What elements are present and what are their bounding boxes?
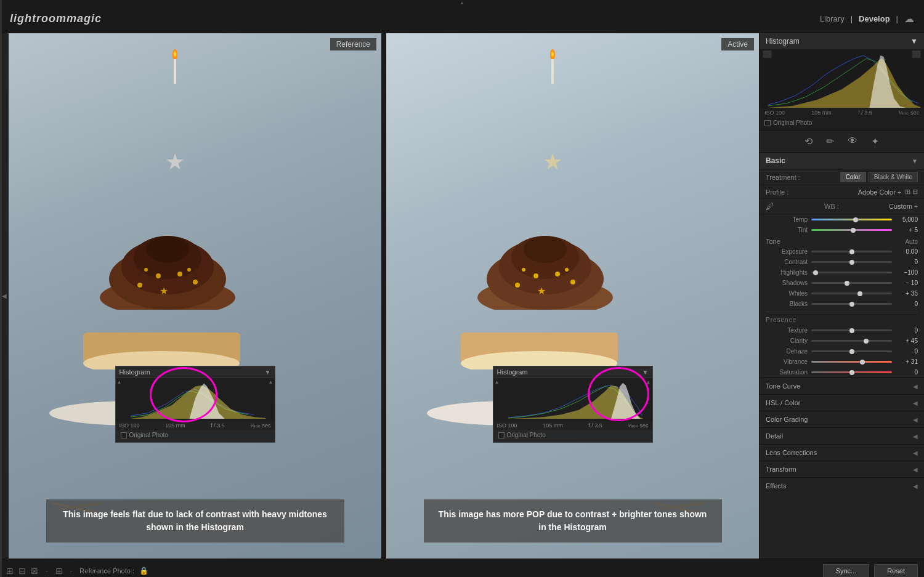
wb-value[interactable]: Custom ÷ xyxy=(889,203,918,210)
auto-btn[interactable]: Auto xyxy=(905,238,918,245)
shadows-slider-track[interactable] xyxy=(811,282,892,284)
contrast-slider-track[interactable] xyxy=(811,261,892,263)
texture-thumb[interactable] xyxy=(849,328,854,333)
transform-arrow: ◀ xyxy=(913,466,918,473)
whites-label: Whites xyxy=(766,290,808,297)
treatment-row: Treatment : Color Black & White xyxy=(760,169,924,185)
detail-section[interactable]: Detail ◀ xyxy=(760,427,924,444)
tone-curve-arrow: ◀ xyxy=(913,383,918,390)
exposure-value: 0.00 xyxy=(896,248,918,255)
transform-section[interactable]: Transform ◀ xyxy=(760,461,924,477)
shadows-thumb[interactable] xyxy=(845,281,849,286)
contrast-value: 0 xyxy=(896,259,918,265)
active-histogram-overlay[interactable]: Histogram ▼ ▲ ▲ xyxy=(493,366,653,443)
active-label: Active xyxy=(721,38,754,50)
active-hist-corner-tl: ▲ xyxy=(495,379,500,385)
temp-slider-track[interactable] xyxy=(811,219,892,220)
saturation-thumb[interactable] xyxy=(849,370,854,375)
exposure-slider-track[interactable] xyxy=(811,251,892,252)
dehaze-slider-track[interactable] xyxy=(811,350,892,352)
cloud-icon[interactable]: ☁ xyxy=(904,13,914,25)
active-image-panel: Active ★ xyxy=(386,33,759,559)
hsl-color-section[interactable]: HSL / Color ◀ xyxy=(760,394,924,411)
nav-develop[interactable]: Develop xyxy=(859,14,890,23)
top-collapse-arrow[interactable]: ▲ xyxy=(460,0,464,6)
svg-point-27 xyxy=(555,272,560,276)
contrast-thumb[interactable] xyxy=(849,260,854,265)
temp-slider-thumb[interactable] xyxy=(853,217,858,222)
spot-heal-icon[interactable]: ✏ xyxy=(826,135,834,147)
whites-thumb[interactable] xyxy=(857,291,862,296)
vibrance-value: + 31 xyxy=(896,358,918,365)
exposure-thumb[interactable] xyxy=(849,249,854,254)
grid-icon[interactable]: ⊠ xyxy=(31,566,38,576)
vibrance-thumb[interactable] xyxy=(860,360,865,365)
detail-arrow: ◀ xyxy=(913,433,918,440)
blacks-thumb[interactable] xyxy=(849,302,854,307)
svg-point-29 xyxy=(565,268,569,272)
tone-curve-section[interactable]: Tone Curve ◀ xyxy=(760,377,924,394)
tint-value: + 5 xyxy=(896,227,918,233)
clarity-slider-track[interactable] xyxy=(811,340,892,342)
tone-header-row: Tone Auto xyxy=(760,235,924,246)
reset-button[interactable]: Reset xyxy=(874,564,918,578)
wb-label: WB : xyxy=(824,203,839,210)
ref-histogram-overlay[interactable]: Histogram ▼ ▲ ▲ xyxy=(115,366,275,443)
cake-base-ref xyxy=(83,333,240,371)
whites-slider-track[interactable] xyxy=(811,293,892,294)
highlights-slider-track[interactable] xyxy=(811,272,892,273)
blacks-slider-track[interactable] xyxy=(811,303,892,305)
ref-hist-expand[interactable]: ▼ xyxy=(265,369,271,376)
crop-tool-icon[interactable]: ⟲ xyxy=(804,135,813,147)
radial-filter-icon[interactable]: ✦ xyxy=(871,135,879,147)
nav-library[interactable]: Library xyxy=(820,14,845,23)
vibrance-slider-track[interactable] xyxy=(811,361,892,363)
clarity-thumb[interactable] xyxy=(864,339,869,344)
grid-view-icons[interactable]: ⊞ ⊟ xyxy=(905,188,918,196)
compare-icon[interactable]: ⊟ xyxy=(18,566,26,576)
main-original-checkbox[interactable] xyxy=(764,120,771,126)
basic-section-header[interactable]: Basic ▼ xyxy=(760,153,924,169)
main-hist-f: f / 3.5 xyxy=(858,110,872,116)
ref-original-checkbox[interactable] xyxy=(121,432,127,438)
texture-slider-track[interactable] xyxy=(811,329,892,331)
active-hist-expand[interactable]: ▼ xyxy=(642,369,649,376)
svg-rect-39 xyxy=(763,50,772,58)
lock-icon[interactable]: 🔒 xyxy=(139,567,148,575)
clarity-slider-row: Clarity + 45 xyxy=(760,336,924,346)
sync-button[interactable]: Sync... xyxy=(823,564,870,578)
eyedropper-icon[interactable]: 🖊 xyxy=(766,201,774,211)
svg-text:★: ★ xyxy=(160,286,168,296)
main-hist-expand[interactable]: ▼ xyxy=(910,37,918,46)
hsl-color-arrow: ◀ xyxy=(913,400,918,406)
dehaze-thumb[interactable] xyxy=(849,349,854,354)
profile-label: Profile : xyxy=(766,188,788,196)
blacks-slider-row: Blacks 0 xyxy=(760,299,924,309)
tint-slider-track[interactable] xyxy=(811,229,892,231)
lens-corrections-section[interactable]: Lens Corrections ◀ xyxy=(760,444,924,461)
highlights-thumb[interactable] xyxy=(813,270,818,275)
nav-separator1: | xyxy=(851,14,853,23)
saturation-slider-track[interactable] xyxy=(811,371,892,373)
color-grading-section[interactable]: Color Grading ◀ xyxy=(760,411,924,427)
left-panel-arrow[interactable]: ◀ xyxy=(2,293,7,299)
clarity-value: + 45 xyxy=(896,337,918,344)
treatment-color-btn[interactable]: Color xyxy=(840,172,866,182)
svg-point-24 xyxy=(515,283,520,288)
svg-point-5 xyxy=(137,283,142,288)
profile-value[interactable]: Adobe Color ÷ xyxy=(858,188,901,196)
app-logo: lightroommagic xyxy=(10,12,102,25)
basic-section-arrow: ▼ xyxy=(912,158,918,164)
treatment-bw-btn[interactable]: Black & White xyxy=(869,172,918,182)
view-mode-icon[interactable]: ⊞ xyxy=(55,566,63,576)
ref-original-label: Original Photo xyxy=(129,432,168,438)
tint-slider-thumb[interactable] xyxy=(851,228,856,233)
main-hist-mm: 105 mm xyxy=(811,110,832,116)
active-original-checkbox[interactable] xyxy=(498,432,505,438)
ref-hist-title: Histogram xyxy=(120,368,150,376)
ref-caption: This image feels flat due to lack of con… xyxy=(46,499,344,543)
effects-section[interactable]: Effects ◀ xyxy=(760,477,924,494)
active-hist-corner-tr: ▲ xyxy=(646,379,651,385)
filmstrip-icon[interactable]: ⊞ xyxy=(6,566,14,576)
red-eye-icon[interactable]: 👁 xyxy=(848,135,857,147)
